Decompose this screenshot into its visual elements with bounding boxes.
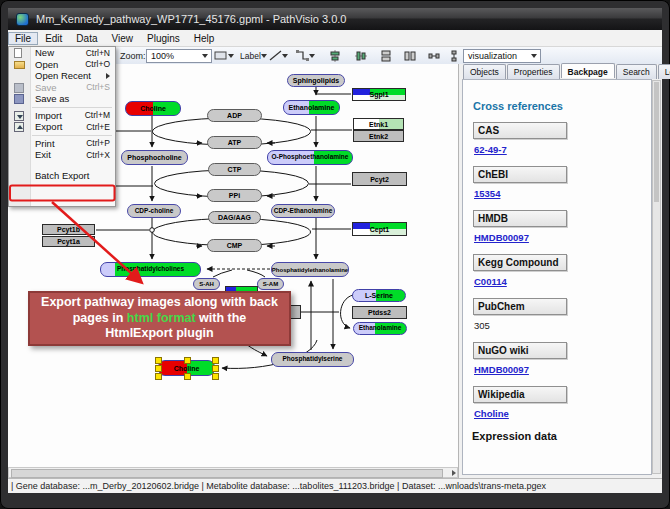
pathway-node-dag-aag[interactable]: DAG/AAG — [208, 211, 261, 224]
pathway-node-cmp[interactable]: CMP — [207, 239, 262, 252]
callout-line3: HtmlExport plugin — [105, 326, 213, 342]
pathway-node-phosphatidylcholines[interactable]: Phosphatidylcholines — [100, 262, 201, 277]
file-menu-item-batch-export[interactable]: Batch Export — [9, 170, 115, 182]
section-title: NuGO wiki — [473, 342, 567, 359]
pathway-node-choline-top[interactable]: Choline — [125, 101, 181, 116]
pathway-node-pcyt1b[interactable]: Pcyt1b — [42, 224, 95, 235]
file-menu-item-export[interactable]: ExportCtrl+E — [9, 121, 115, 133]
stack-vertical-button[interactable] — [380, 49, 392, 62]
align-vertical-button[interactable] — [355, 49, 367, 62]
backpage-section-wikipedia: WikipediaCholine — [473, 386, 651, 421]
pathway-node-l-serine[interactable]: L-Serine — [352, 289, 406, 302]
stack-horizontal-button[interactable] — [404, 49, 416, 62]
align-horizontal-button[interactable] — [329, 49, 341, 62]
pathway-node-sgpl1[interactable]: Sgpl1 — [352, 88, 406, 101]
line-tool-button[interactable] — [269, 49, 291, 62]
pathway-node-ppi[interactable]: PPi — [207, 189, 262, 202]
menubar-item-help[interactable]: Help — [187, 32, 222, 45]
visualization-combobox[interactable]: visualization — [463, 49, 541, 63]
pathway-node-cdp-ethanolamine[interactable]: CDP-Ethanolamine — [271, 204, 335, 218]
backpage-section-cas: CAS62-49-7 — [473, 122, 651, 157]
menubar-item-plugins[interactable]: Plugins — [140, 32, 187, 45]
pathway-node-etnk2[interactable]: Etnk2 — [353, 130, 404, 142]
callout-line2: pages in html format with the — [73, 311, 247, 327]
pathway-node-ethanolamine-top[interactable]: Ethanolamine — [283, 100, 340, 115]
scrollbar-thumb[interactable] — [654, 82, 659, 202]
label-tool-text: Label — [240, 51, 261, 61]
pathway-node-phosphatidylethanolamine[interactable]: Phosphatidylethanolamine — [271, 262, 349, 277]
file-menu-item-import[interactable]: ImportCtrl+M — [9, 110, 115, 122]
panel-vertical-scrollbar[interactable] — [652, 80, 661, 474]
scrollbar-thumb[interactable] — [11, 469, 443, 478]
expression-data-heading: Expression data — [472, 430, 651, 442]
pathway-node-s-ah[interactable]: S-AH — [193, 278, 220, 290]
pathway-node-pcyt2[interactable]: Pcyt2 — [352, 172, 407, 186]
tab-objects[interactable]: Objects — [463, 64, 506, 79]
tab-legend[interactable]: Legend — [658, 64, 670, 79]
backpage-section-chebi: ChEBI15354 — [473, 166, 651, 201]
xref-link[interactable]: Choline — [474, 408, 509, 419]
label-tool-button[interactable]: Label — [240, 49, 270, 62]
menubar-item-data[interactable]: Data — [69, 32, 104, 45]
pathway-node-phosphocholine[interactable]: Phosphocholine — [121, 150, 188, 165]
canvas-horizontal-scrollbar[interactable] — [8, 467, 458, 478]
pathway-node-pcyt1a[interactable]: Pcyt1a — [42, 236, 95, 247]
stack-columns-icon — [404, 50, 416, 62]
file-menu-item-open-recent[interactable]: Open Recent — [9, 70, 115, 82]
file-menu-item-save[interactable]: SaveCtrl+S — [9, 82, 115, 94]
pathway-node-s-am[interactable]: S-AM — [257, 278, 284, 290]
zoom-combobox[interactable]: 100% — [146, 49, 212, 63]
section-title: Kegg Compound — [473, 254, 567, 271]
backpage-section-pubchem: PubChem305 — [473, 298, 651, 333]
chevron-down-icon — [531, 54, 537, 58]
pathway-node-adp[interactable]: ADP — [207, 109, 262, 122]
pathway-node-ctp[interactable]: CTP — [208, 163, 261, 176]
pathway-node-ethanolamine-bottom[interactable]: Ethanolamine — [353, 322, 407, 335]
callout-line1: Export pathway images along with back — [41, 295, 278, 311]
menu-bar: FileEditDataViewPluginsHelp — [8, 30, 662, 47]
backpage-section-kegg-compound: Kegg CompoundC00114 — [473, 254, 651, 289]
menu-separator — [32, 135, 112, 136]
menu-separator — [32, 107, 112, 108]
file-menu-dropdown: NewCtrl+NOpenCtrl+OOpen RecentSaveCtrl+S… — [8, 46, 116, 207]
pathway-node-sphingolipids[interactable]: Sphingolipids — [287, 74, 345, 87]
tab-backpage[interactable]: Backpage — [561, 63, 615, 78]
distribute-vertical-button[interactable] — [448, 49, 460, 62]
file-menu-item-exit[interactable]: ExitCtrl+X — [9, 149, 115, 161]
pathway-node-etnk1[interactable]: Etnk1 — [353, 118, 404, 130]
menubar-item-file[interactable]: File — [8, 32, 38, 45]
file-menu-item-save-as[interactable]: Save as — [9, 93, 115, 105]
xref-link[interactable]: 15354 — [474, 188, 500, 199]
section-title: PubChem — [473, 298, 567, 315]
tab-search[interactable]: Search — [616, 64, 657, 79]
menubar-item-view[interactable]: View — [104, 32, 140, 45]
xref-link[interactable]: HMDB00097 — [474, 364, 529, 375]
xref-link[interactable]: C00114 — [474, 276, 507, 287]
datanode-tool-button[interactable] — [214, 49, 237, 62]
pathway-node-cept1[interactable]: Cept1 — [352, 222, 407, 236]
connector-tool-button[interactable] — [296, 49, 318, 62]
tab-properties[interactable]: Properties — [507, 64, 560, 79]
pathway-node-choline-bottom[interactable]: Choline — [158, 360, 215, 376]
pathway-node-atp[interactable]: ATP — [207, 136, 262, 149]
pathway-node-ptdss2[interactable]: Ptdss2 — [352, 306, 407, 319]
file-menu-item-new[interactable]: NewCtrl+N — [9, 47, 115, 59]
file-menu-item-print[interactable]: PrintCtrl+P — [9, 138, 115, 150]
menubar-item-edit[interactable]: Edit — [38, 32, 69, 45]
xref-value: 305 — [474, 320, 490, 331]
title-bar[interactable]: Mm_Kennedy_pathway_WP1771_45176.gpml - P… — [8, 8, 662, 30]
file-menu-item-open[interactable]: OpenCtrl+O — [9, 59, 115, 71]
pathway-node-cdp-choline[interactable]: CDP-choline — [127, 204, 181, 218]
chevron-down-icon — [228, 54, 234, 58]
xref-link[interactable]: 62-49-7 — [474, 144, 507, 155]
distribute-horizontal-button[interactable] — [428, 49, 440, 62]
pathway-node-phosphatidylserine[interactable]: Phosphatidylserine — [271, 352, 354, 367]
save-icon — [14, 83, 24, 93]
xref-link[interactable]: HMDB00097 — [474, 232, 529, 243]
import-icon — [14, 111, 24, 121]
section-title: ChEBI — [473, 166, 567, 183]
saveas-icon — [14, 94, 24, 104]
open-icon — [14, 61, 25, 69]
pathway-node-o-phosphoethanolamine[interactable]: O-Phosphoethanolamine — [267, 150, 353, 165]
scroll-right-arrow-icon[interactable] — [452, 470, 456, 476]
